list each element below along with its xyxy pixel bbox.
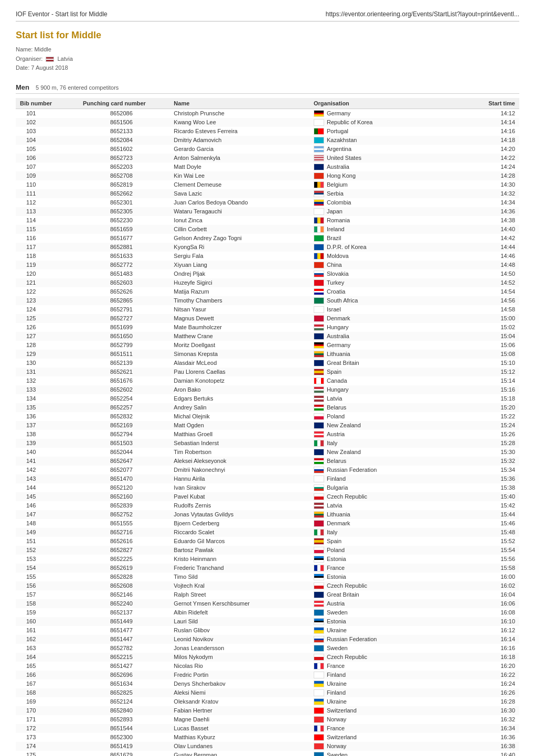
- punch-cell: 8652621: [79, 368, 169, 376]
- org-name: Canada: [327, 377, 347, 384]
- name-cell: Riccardo Scalet: [169, 528, 309, 537]
- flag-icon: [314, 672, 324, 678]
- start-time-cell: 16:22: [463, 671, 519, 679]
- bib-cell: 106: [16, 154, 79, 163]
- org-cell: Sweden: [309, 751, 463, 756]
- org-name: Hungary: [327, 324, 349, 330]
- start-time-cell: 15:24: [463, 421, 519, 430]
- org-name: Switzerland: [327, 734, 357, 740]
- name-cell: Edgars Bertuks: [169, 394, 309, 403]
- org-cell: Italy: [309, 528, 463, 537]
- bib-cell: 107: [16, 163, 79, 171]
- bib-cell: 160: [16, 617, 79, 626]
- start-list-table: Bib number Punching card number Name Org…: [16, 98, 519, 756]
- bib-cell: 116: [16, 234, 79, 243]
- start-time-cell: 16:16: [463, 644, 519, 653]
- punch-cell: 8652819: [79, 180, 169, 189]
- org-cell: Poland: [309, 546, 463, 555]
- flag-icon: [314, 556, 324, 563]
- start-time-cell: 16:26: [463, 688, 519, 697]
- org-name: Ireland: [327, 226, 345, 232]
- org-cell: Switzerland: [309, 733, 463, 742]
- name-cell: Kwang Woo Lee: [169, 118, 309, 127]
- col-header-start: Start time: [463, 98, 519, 109]
- bib-cell: 174: [16, 742, 79, 751]
- start-time-cell: 15:52: [463, 537, 519, 546]
- bib-cell: 119: [16, 261, 79, 269]
- punch-cell: 8652160: [79, 492, 169, 501]
- org-cell: Portugal: [309, 127, 463, 136]
- org-cell: Denmark: [309, 314, 463, 323]
- punch-cell: 8652752: [79, 510, 169, 519]
- start-time-cell: 14:16: [463, 127, 519, 136]
- bib-cell: 139: [16, 439, 79, 448]
- punch-cell: 8652139: [79, 359, 169, 368]
- flag-icon: [314, 511, 324, 518]
- col-header-punch: Punching card number: [79, 98, 169, 109]
- name-cell: Sava Lazic: [169, 189, 309, 198]
- flag-icon: [314, 128, 324, 135]
- flag-icon: [314, 360, 324, 366]
- name-cell: Gernot Ymsen Kerschbsumer: [169, 599, 309, 608]
- org-cell: Ukraine: [309, 679, 463, 688]
- bib-cell: 153: [16, 555, 79, 564]
- start-time-cell: 15:12: [463, 368, 519, 376]
- flag-icon: [314, 297, 324, 304]
- punch-cell: 8652084: [79, 136, 169, 145]
- name-cell: Wataru Teragauchi: [169, 207, 309, 216]
- punch-cell: 8652791: [79, 305, 169, 314]
- punch-cell: 8651634: [79, 679, 169, 688]
- name-cell: Timo Sild: [169, 573, 309, 581]
- start-time-cell: 15:06: [463, 341, 519, 350]
- table-row: 1198652772Xiyuan LiangChina14:48: [16, 261, 519, 269]
- org-name: Hong Kong: [327, 172, 356, 179]
- org-name: New Zealand: [327, 449, 361, 455]
- org-cell: Spain: [309, 537, 463, 546]
- page-top-bar: IOF Eventor - Start list for Middle http…: [16, 10, 519, 21]
- org-cell: Great Britain: [309, 359, 463, 368]
- flag-icon: [314, 279, 324, 286]
- punch-cell: 8652602: [79, 385, 169, 394]
- bib-cell: 149: [16, 528, 79, 537]
- flag-icon: [314, 342, 324, 349]
- flag-icon: [314, 386, 324, 393]
- name-cell: Tim Robertson: [169, 448, 309, 457]
- name-cell: Andrey Salin: [169, 403, 309, 412]
- org-name: Italy: [327, 529, 337, 535]
- flag-icon: [314, 208, 324, 215]
- name-cell: Lucas Basset: [169, 724, 309, 733]
- name-cell: Denys Shcherbakov: [169, 679, 309, 688]
- flag-icon: [314, 181, 324, 188]
- name-cell: Pavel Kubat: [169, 492, 309, 501]
- bib-cell: 154: [16, 564, 79, 573]
- org-cell: Brazil: [309, 234, 463, 243]
- org-cell: Spain: [309, 368, 463, 376]
- name-cell: Damian Konotopetz: [169, 376, 309, 385]
- org-name: Belarus: [327, 404, 346, 411]
- bib-cell: 166: [16, 671, 79, 679]
- start-time-cell: 14:12: [463, 109, 519, 118]
- flag-icon: [314, 654, 324, 661]
- start-time-cell: 15:26: [463, 430, 519, 439]
- start-time-cell: 15:16: [463, 385, 519, 394]
- organiser-label: Organiser:: [16, 56, 42, 62]
- section-meta: 5 900 m, 76 entered competitors: [36, 84, 119, 91]
- start-time-cell: 14:32: [463, 189, 519, 198]
- punch-cell: 8652603: [79, 278, 169, 287]
- start-time-cell: 15:48: [463, 528, 519, 537]
- flag-icon: [314, 493, 324, 500]
- start-time-cell: 14:30: [463, 180, 519, 189]
- bib-cell: 120: [16, 269, 79, 278]
- name-cell: Anton Salmenkyla: [169, 154, 309, 163]
- org-cell: Norway: [309, 715, 463, 724]
- org-cell: Belarus: [309, 457, 463, 466]
- bib-cell: 156: [16, 581, 79, 590]
- org-cell: Sweden: [309, 644, 463, 653]
- bib-cell: 152: [16, 546, 79, 555]
- bib-cell: 126: [16, 323, 79, 332]
- table-row: 1658651427Nicolas RioFrance16:20: [16, 662, 519, 671]
- start-time-cell: 14:42: [463, 234, 519, 243]
- org-cell: Denmark: [309, 519, 463, 528]
- table-row: 1628651447Leonid NovikovRussian Federati…: [16, 635, 519, 644]
- punch-cell: 8651659: [79, 225, 169, 234]
